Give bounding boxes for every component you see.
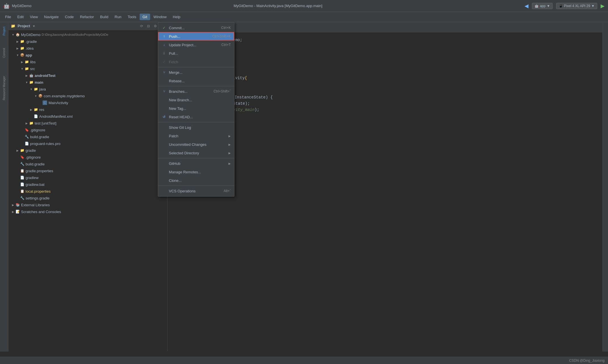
git-menu-patch[interactable]: Patch ▶ <box>158 132 234 140</box>
bga-icon: 🔧 <box>24 134 29 139</box>
tree-gitignore-root[interactable]: ▶ 🔖 .gitignore <box>9 154 167 161</box>
selected-dir-arrow: ▶ <box>228 152 231 155</box>
device-icon: 📱 <box>559 4 563 8</box>
tree-mainactivity[interactable]: ▶ C MainActivity <box>9 99 167 106</box>
side-tab-commit[interactable]: Commit <box>2 45 6 61</box>
tree-package[interactable]: ▼ 📦 com.example.mygitdemo <box>9 92 167 99</box>
git-menu-vcs-operations[interactable]: VCS Operations Alt+` <box>158 187 234 195</box>
toolbar-nav-back[interactable]: ◀ <box>525 3 529 9</box>
git-menu-update[interactable]: ↓ Update Project... Ctrl+T <box>158 41 234 49</box>
menu-run[interactable]: Run <box>112 14 124 20</box>
git-menu-pull[interactable]: ⇩ Pull... <box>158 49 234 58</box>
git-menu-uncommitted[interactable]: Uncommitted Changes ▶ <box>158 140 234 149</box>
tree-gradleprops[interactable]: ▶ 📋 gradle.properties <box>9 167 167 174</box>
tree-localprops[interactable]: ▶ 📋 local.properties <box>9 188 167 195</box>
git-menu-new-tag[interactable]: New Tag... <box>158 104 234 113</box>
libs-icon: 📁 <box>24 60 29 64</box>
tree-gradlew[interactable]: ▶ 📄 gradlew <box>9 174 167 181</box>
tree-idea[interactable]: ▶ 📁 .idea <box>9 45 167 52</box>
tree-settingsgradle[interactable]: ▶ 🔧 settings.gradle <box>9 195 167 201</box>
androidtest-name: androidTest <box>35 73 55 78</box>
gw-icon: 📄 <box>20 175 24 180</box>
git-menu-commit[interactable]: ✓ Commit... Ctrl+K <box>158 24 234 32</box>
pg-name: proguard-rules.pro <box>30 142 60 146</box>
menu-git[interactable]: Git <box>140 14 150 20</box>
menu-view[interactable]: View <box>27 14 41 20</box>
tree-res[interactable]: ▶ 📁 res <box>9 106 167 113</box>
menu-build[interactable]: Build <box>97 14 111 20</box>
project-dropdown-arrow[interactable]: ▼ <box>32 24 35 28</box>
tree-gradlewbat[interactable]: ▶ 📄 gradlew.bat <box>9 181 167 188</box>
show-git-log-label: Show Git Log <box>169 125 191 130</box>
menu-code[interactable]: Code <box>62 14 77 20</box>
tree-java-folder[interactable]: ▼ 📁 java <box>9 86 167 92</box>
menu-refactor[interactable]: Refactor <box>77 14 97 20</box>
merge-label: Merge... <box>169 70 183 75</box>
sep2 <box>158 86 234 86</box>
tree-scratches[interactable]: ▶ 📝 Scratches and Consoles <box>9 208 167 215</box>
git-menu-push[interactable]: ↑ Push... Ctrl+Shift+K <box>158 32 234 41</box>
git-menu-github[interactable]: GitHub ▶ <box>158 159 234 168</box>
tree-app[interactable]: ▼ 📦 app <box>9 52 167 58</box>
run-config[interactable]: 🤖 app ▼ <box>532 3 553 9</box>
sep1 <box>158 67 234 67</box>
gradle-name: .gradle <box>26 39 37 44</box>
menu-tools[interactable]: Tools <box>125 14 139 20</box>
git-menu-rebase[interactable]: Rebase... <box>158 77 234 85</box>
menu-navigate[interactable]: Navigate <box>41 14 61 20</box>
tree-gradle-folder[interactable]: ▶ 📁 gradle <box>9 147 167 154</box>
git-menu-manage-remotes[interactable]: Manage Remotes... <box>158 168 234 176</box>
vcs-shortcut: Alt+` <box>224 189 231 193</box>
title-bar-right: ◀ 🤖 app ▼ 📱 Pixel 4 XL API 29 ▼ ▶ <box>525 3 605 9</box>
code-line-setcontent: View(R.layout. activity_main ); <box>173 107 597 113</box>
tree-src[interactable]: ▼ 📁 src <box>9 65 167 72</box>
app-icon: 🤖 <box>3 3 10 9</box>
tree-external-libs[interactable]: ▶ 📚 External Libraries <box>9 201 167 208</box>
window-title: MyGitDemo - MainActivity.java [MyGitDemo… <box>32 4 525 8</box>
git-menu-branches[interactable]: ⑂ Branches... Ctrl+Shift+` <box>158 87 234 96</box>
tree-manifest[interactable]: ▶ 📄 AndroidManifest.xml <box>9 113 167 120</box>
menu-window[interactable]: Window <box>151 14 169 20</box>
tree-test[interactable]: ▶ 📁 test [unitTest] <box>9 120 167 127</box>
ga-name: .gitignore <box>30 128 45 132</box>
side-tab-project[interactable]: Project <box>2 23 6 39</box>
tree-buildgradle-app[interactable]: ▶ 🔧 build.gradle <box>9 133 167 140</box>
gwb-icon: 📄 <box>20 182 24 187</box>
project-label: Project <box>18 24 30 28</box>
gw-name: gradlew <box>26 176 39 180</box>
tree-main[interactable]: ▼ 📁 main <box>9 79 167 86</box>
git-menu-show-git-log[interactable]: Show Git Log <box>158 123 234 132</box>
git-menu-selected-dir[interactable]: Selected Directory ▶ <box>158 149 234 157</box>
menu-file[interactable]: File <box>2 14 14 20</box>
rebase-label: Rebase... <box>169 79 185 83</box>
device-config[interactable]: 📱 Pixel 4 XL API 29 ▼ <box>556 3 597 9</box>
el-name: External Libraries <box>21 203 50 207</box>
gear-btn[interactable]: ⚙ <box>152 23 158 29</box>
sync-btn[interactable]: ⟳ <box>139 23 144 29</box>
git-menu-new-branch[interactable]: New Branch... <box>158 96 234 104</box>
branches-label: Branches... <box>169 89 188 94</box>
tree-androidtest[interactable]: ▶ 🤖 androidTest <box>9 72 167 79</box>
sep5 <box>158 186 234 186</box>
new-tag-label: New Tag... <box>169 106 186 111</box>
title-bar-left: 🤖 MyGitDemo <box>3 3 32 9</box>
git-menu-reset-head[interactable]: ↺ Reset HEAD... <box>158 113 234 121</box>
run-button[interactable]: ▶ <box>601 3 605 9</box>
git-menu-merge[interactable]: ⑂ Merge... <box>158 68 234 77</box>
app-icon-tree: 📦 <box>20 53 24 57</box>
tree-gitignore-app[interactable]: ▶ 🔖 .gitignore <box>9 127 167 133</box>
tree-proguard[interactable]: ▶ 📄 proguard-rules.pro <box>9 140 167 147</box>
code-line-super: eate(savedInstanceState); <box>173 100 597 107</box>
git-menu-clone[interactable]: Clone... <box>158 176 234 185</box>
res-name: res <box>39 108 44 112</box>
tree-buildgradle-root[interactable]: ▶ 🔧 build.gradle <box>9 161 167 167</box>
tree-gradle-root[interactable]: ▶ 📁 .gradle <box>9 38 167 45</box>
menu-edit[interactable]: Edit <box>14 14 26 20</box>
update-icon: ↓ <box>162 42 167 47</box>
pkg-icon: 📦 <box>38 94 43 98</box>
collapse-btn[interactable]: ⊟ <box>146 23 151 29</box>
menu-help[interactable]: Help <box>170 14 183 20</box>
tree-root[interactable]: ▼ 🏠 MyGitDemo D:\DingJiaxiong\AndroidStu… <box>9 31 167 38</box>
side-tab-resource[interactable]: Resource Manager <box>2 73 6 104</box>
tree-libs[interactable]: ▶ 📁 libs <box>9 58 167 65</box>
